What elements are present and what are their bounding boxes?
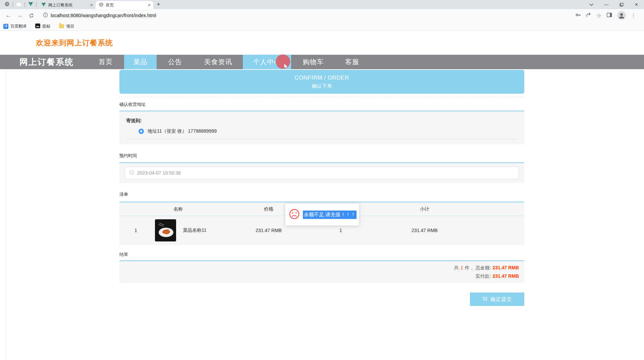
site-navbar: 网上订餐系统 首页 菜品 公告 美食资讯 个人中心 购物车 客服 [0,55,644,69]
section-title-address: 确认收货地址 [119,101,524,107]
banner-title-en: CONFIRM / ORDER [294,75,349,81]
settle-panel: 共1件， 总金额:231.47 RMB 实付款:231.47 RMB [119,260,524,283]
order-confirm-page: CONFIRM / ORDER 确认下单 确认收货地址 寄送到: 地址11（张安… [119,70,524,306]
address-text: 地址11（张安 收） 17788889999 [148,128,217,134]
nav-item-dishes[interactable]: 菜品 [124,55,157,69]
banner-title-cn: 确认下单 [312,83,332,89]
total-mid: 件， 总金额: [465,265,491,270]
nav-item-cart[interactable]: 购物车 [291,55,335,69]
new-tab-button[interactable]: + [157,1,160,8]
section-title-time: 预约时间 [119,153,524,159]
nav-item-service[interactable]: 客服 [335,55,369,69]
bookmarks-bar: 译 百度翻译 图标 项目 [0,22,644,31]
paid-label: 实付款: [476,273,491,279]
welcome-banner: 欢迎来到网上订餐系统 [0,31,644,55]
paid-amount: 231.47 RMB [492,273,519,279]
cart-icon [482,296,488,303]
minimize-button[interactable]: — [599,0,614,9]
window-controls: — × [589,0,644,9]
close-icon[interactable]: × [90,3,93,7]
address-option-row[interactable]: 地址11（张安 收） 17788889999 [126,128,518,139]
dish-price: 231.47 RMB [237,228,301,233]
dish-image [155,219,176,241]
bookmark-label: 项目 [66,24,74,29]
globe-icon [99,2,103,8]
nav-item-home[interactable]: 首页 [87,55,124,69]
forward-button[interactable]: → [15,12,24,19]
click-indicator [276,54,290,69]
nav-item-food-news[interactable]: 美食资讯 [194,55,243,69]
reload-button[interactable] [27,13,36,18]
tab-title: 网上订餐系统 [48,2,88,8]
pinned-tab-globe[interactable] [3,0,11,9]
tab-separator [24,2,25,7]
clock-icon [129,170,134,176]
browser-tab-home[interactable]: 首页 × [96,1,153,9]
item-count: 1 [461,265,463,270]
bookmark-baidu-translate[interactable]: 译 百度翻译 [3,24,26,29]
bookmark-project-folder[interactable]: 项目 [59,24,74,29]
vue-icon [41,3,46,8]
vue-icon [28,2,33,8]
balance-warning-popup: 余额不足,请充值！！！ [285,204,359,226]
nav-item-notice[interactable]: 公告 [157,55,194,69]
browser-tab-dingcan[interactable]: 网上订餐系统 × [38,1,96,9]
total-line: 共1件， 总金额:231.47 RMB [454,265,519,271]
tab-title: 首页 [106,2,146,8]
bookmark-label: 百度翻译 [10,24,26,29]
page-left-edge [6,69,6,360]
time-panel: 2023-04-07 10:50:36 [119,162,524,183]
sad-face-icon [289,209,300,221]
tab-separator [36,2,37,7]
tab-search-chevron-icon[interactable] [589,3,593,6]
back-button[interactable]: ← [4,12,13,19]
browser-tab-strip: 网上订餐系统 × 首页 × + — × [0,0,644,9]
translate-icon: 译 [3,24,8,29]
close-icon[interactable]: × [148,3,151,7]
url-text[interactable]: localhost:8080/wangshangdingcan/front/in… [51,13,156,18]
menu-icon[interactable]: ⋮ [631,12,636,18]
bookmark-label: 图标 [42,24,50,29]
total-prefix: 共 [454,265,459,270]
browser-toolbar: ← → localhost:8080/wangshangdingcan/fron… [0,9,644,22]
popup-message: 余额不足,请充值！！！ [303,211,357,219]
submit-label: 确定提交 [490,296,512,303]
key-icon[interactable] [575,12,581,19]
image-icon [35,24,40,29]
submit-order-button[interactable]: 确定提交 [470,292,524,306]
blank-favicon [16,3,21,6]
nav-items: 首页 菜品 公告 美食资讯 个人中心 购物车 客服 [87,55,369,69]
info-icon[interactable] [43,12,48,19]
dashed-divider [119,97,524,97]
pinned-tabs [0,0,38,9]
radio-selected[interactable] [139,129,144,134]
close-window-button[interactable]: × [629,0,644,9]
dish-name: 菜品名称11 [183,227,207,233]
welcome-text: 欢迎来到网上订餐系统 [36,38,113,48]
share-icon[interactable] [586,12,592,19]
bookmark-icons[interactable]: 图标 [35,24,50,29]
dish-qty: 1 [301,228,381,233]
folder-icon [59,24,64,28]
paid-line: 实付款:231.47 RMB [476,273,519,279]
ship-to-label: 寄送到: [126,111,518,124]
pinned-tab-blank[interactable] [14,0,23,9]
avatar[interactable] [617,11,626,20]
maximize-button[interactable] [614,0,629,9]
pinned-tab-vue[interactable] [26,0,35,9]
datetime-input[interactable]: 2023-04-07 10:50:36 [125,167,519,179]
sidebar-icon[interactable] [606,12,612,19]
toolbar-actions: ☆ ⋮ [575,11,640,20]
star-icon[interactable]: ☆ [597,12,601,19]
datetime-value: 2023-04-07 10:50:36 [137,170,181,176]
tab-separator [13,2,13,7]
submit-row: 确定提交 [119,292,524,306]
confirm-order-banner: CONFIRM / ORDER 确认下单 [119,70,524,94]
globe-icon [5,2,9,8]
address-panel: 寄送到: 地址11（张安 收） 17788889999 [119,110,524,144]
row-index: 1 [119,228,152,233]
site-brand: 网上订餐系统 [19,56,74,68]
address-bar[interactable]: localhost:8080/wangshangdingcan/front/in… [43,12,575,19]
header-name: 名称 [119,206,237,212]
dish-subtotal: 231.47 RMB [381,228,468,233]
